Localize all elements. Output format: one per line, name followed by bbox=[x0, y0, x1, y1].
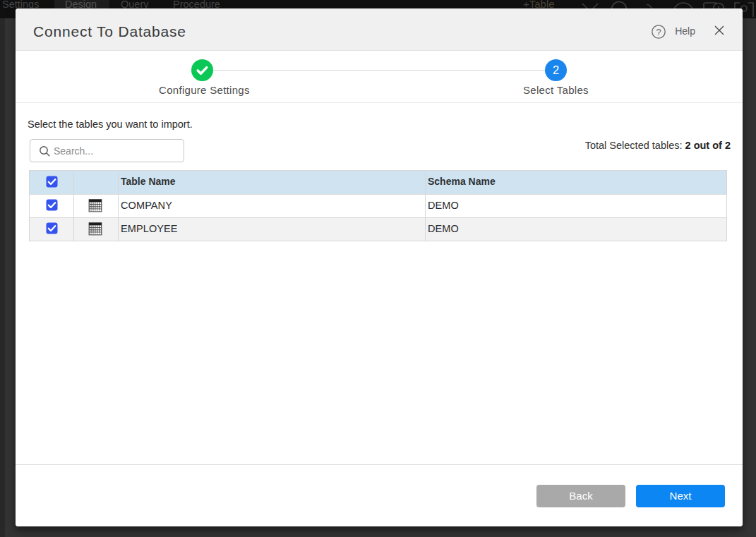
svg-text:?: ? bbox=[656, 27, 661, 37]
